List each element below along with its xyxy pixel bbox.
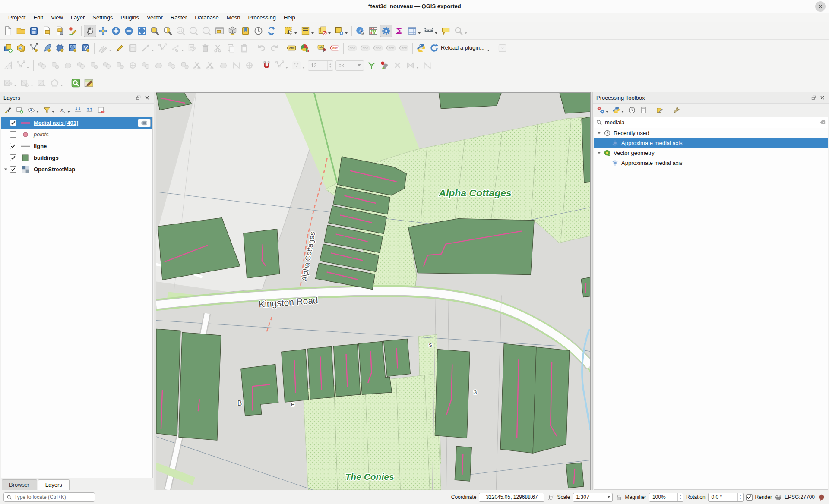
new-3d-map-view[interactable]: [226, 25, 239, 37]
menu-settings[interactable]: Settings: [89, 13, 117, 22]
scale-combo[interactable]: 1:307: [573, 493, 613, 502]
processing-algorithm-approx-medial-recent[interactable]: Approximate medial axis: [594, 138, 828, 148]
layer-labeling[interactable]: [285, 42, 298, 54]
show-statistics[interactable]: [393, 25, 405, 37]
manage-map-themes[interactable]: [26, 105, 41, 116]
temporal-controller[interactable]: [252, 25, 265, 37]
pin-labels[interactable]: [316, 42, 328, 54]
layers-panel-close-button[interactable]: [143, 94, 150, 101]
layers-panel-float-button[interactable]: [135, 94, 142, 101]
new-project[interactable]: [2, 25, 14, 37]
dock-tab-layers[interactable]: Layers: [38, 479, 70, 490]
toggle-editing[interactable]: [114, 42, 126, 54]
expand-all[interactable]: [73, 105, 83, 116]
highlight-pinned-labels[interactable]: [329, 42, 341, 54]
zoom-in[interactable]: [110, 25, 122, 37]
python-console[interactable]: [415, 42, 427, 54]
open-layer-styling[interactable]: [3, 105, 13, 116]
map-tips[interactable]: [440, 25, 452, 37]
pan-map[interactable]: [84, 25, 96, 37]
processing-group-recently-used[interactable]: Recently used: [594, 128, 828, 138]
rotation-spin[interactable]: 0.0 °▲▼: [708, 493, 744, 502]
menu-edit[interactable]: Edit: [29, 13, 47, 22]
show-layout-manager[interactable]: [54, 25, 66, 37]
processing-search-input[interactable]: [602, 119, 820, 126]
processing-panel-float-button[interactable]: [810, 94, 817, 101]
coordinate-input[interactable]: 322045.05, 129688.67: [479, 493, 544, 502]
spatial-bookmarks[interactable]: [239, 25, 252, 37]
menu-vector[interactable]: Vector: [143, 13, 167, 22]
identify-features[interactable]: [354, 25, 367, 37]
messages-icon[interactable]: [817, 493, 826, 501]
layer-visibility-checkbox[interactable]: [10, 166, 16, 173]
lock-scale-icon[interactable]: [615, 494, 623, 501]
add-group[interactable]: [14, 105, 25, 116]
enable-tracing[interactable]: [365, 59, 378, 72]
deselect-features[interactable]: [316, 25, 332, 37]
menu-processing[interactable]: Processing: [244, 13, 280, 22]
scripts[interactable]: [611, 105, 626, 116]
select-features[interactable]: [282, 25, 299, 37]
menu-mesh[interactable]: Mesh: [223, 13, 244, 22]
layer-expander[interactable]: [1, 167, 10, 172]
measure-line[interactable]: [423, 25, 439, 37]
edit-features-in-place[interactable]: [655, 105, 665, 116]
layer-item-points[interactable]: points: [1, 129, 152, 140]
zoom-to-layer[interactable]: [161, 25, 174, 37]
dock-tab-browser[interactable]: Browser: [2, 479, 37, 490]
open-project[interactable]: [15, 25, 27, 37]
menu-project[interactable]: Project: [4, 13, 29, 22]
zoom-to-selection[interactable]: [149, 25, 161, 37]
menu-plugins[interactable]: Plugins: [117, 13, 143, 22]
group-expander[interactable]: [594, 130, 604, 136]
results-viewer[interactable]: [638, 105, 649, 116]
new-mesh-layer[interactable]: [66, 42, 79, 54]
statistical-summary[interactable]: [367, 25, 380, 37]
memory-layer-indicator[interactable]: [138, 119, 151, 127]
options[interactable]: [671, 105, 682, 116]
new-virtual-layer[interactable]: [54, 42, 66, 54]
filter-legend[interactable]: [41, 105, 56, 116]
reload-plugin[interactable]: Reload a plugin...: [428, 42, 491, 54]
save-project[interactable]: [28, 25, 40, 37]
layer-visibility-checkbox[interactable]: [10, 131, 16, 138]
locate-search[interactable]: [3, 492, 95, 502]
osm-place-search[interactable]: [70, 77, 82, 89]
processing-group-vector-geometry[interactable]: Vector geometry: [594, 148, 828, 158]
enable-snapping[interactable]: [260, 59, 273, 72]
zoom-out[interactable]: [123, 25, 135, 37]
menu-raster[interactable]: Raster: [167, 13, 191, 22]
menu-help[interactable]: Help: [280, 13, 299, 22]
layer-visibility-checkbox[interactable]: [10, 120, 16, 126]
history[interactable]: [626, 105, 637, 116]
new-shapefile-layer[interactable]: [28, 42, 40, 54]
select-by-expression[interactable]: [333, 25, 349, 37]
zoom-full[interactable]: [136, 25, 148, 37]
map-canvas[interactable]: Alpha Cottages The Conies Kingston Road …: [156, 92, 591, 490]
window-close-button[interactable]: [815, 1, 826, 12]
filter-by-expression[interactable]: [57, 105, 72, 116]
processing-panel-close-button[interactable]: [819, 94, 826, 101]
layer-visibility-checkbox[interactable]: [10, 143, 16, 149]
new-map-view[interactable]: [213, 25, 226, 37]
processing-toolbox-toggle[interactable]: [380, 25, 392, 37]
style-manager[interactable]: [66, 25, 79, 37]
crs-globe-icon[interactable]: [775, 494, 782, 501]
new-gpx-layer[interactable]: [79, 42, 92, 54]
new-geopackage-layer[interactable]: [15, 42, 27, 54]
models[interactable]: [595, 105, 610, 116]
layer-visibility-checkbox[interactable]: [10, 154, 16, 161]
processing-search-box[interactable]: [594, 117, 828, 128]
layer-item-ligne[interactable]: ligne: [1, 140, 152, 152]
refresh-map[interactable]: [265, 25, 278, 37]
remove-layer[interactable]: [96, 105, 107, 116]
menu-view[interactable]: View: [47, 13, 67, 22]
menu-layer[interactable]: Layer: [67, 13, 89, 22]
extents-toggle-icon[interactable]: [547, 494, 554, 501]
layer-item-buildings[interactable]: buildings: [1, 152, 152, 164]
layer-item-medial-axis[interactable]: Medial axis [401]: [1, 117, 152, 129]
magnifier-spin[interactable]: 100%▲▼: [649, 493, 683, 502]
processing-algorithm-approx-medial-vg[interactable]: Approximate medial axis: [594, 158, 828, 168]
select-by-value[interactable]: [299, 25, 316, 37]
locate-input[interactable]: [14, 494, 92, 500]
